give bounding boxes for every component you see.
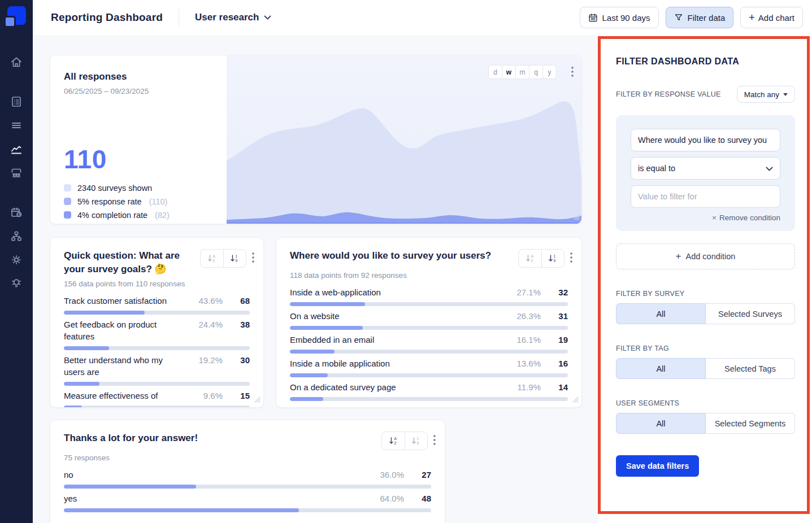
answer-rows: no36.0%27 yes64.0%48 <box>50 462 445 512</box>
answer-label: On a dedicated survey page <box>290 381 505 393</box>
svg-text:A: A <box>531 254 533 258</box>
survey-filter-toggle: All Selected Surveys <box>616 303 795 324</box>
legend-count: (110) <box>149 197 168 206</box>
card-menu-kebab-icon[interactable] <box>571 67 574 79</box>
schedule-icon[interactable] <box>10 206 23 219</box>
card-subtitle: 118 data points from 92 responses <box>276 271 581 280</box>
legend-label: 5% response rate <box>77 197 142 206</box>
card-title: All responses <box>64 70 213 84</box>
bar-fill <box>64 406 82 408</box>
answer-row: Get feedback on product features24.4%38 <box>64 319 250 350</box>
svg-text:1: 1 <box>554 254 556 258</box>
answer-label: On a website <box>290 310 505 322</box>
bar-fill <box>290 397 323 401</box>
answer-count: 16 <box>541 358 568 369</box>
save-data-filters-button[interactable]: Save data filters <box>616 455 699 477</box>
card-date-range: 06/25/2025 – 09/23/2025 <box>64 87 213 95</box>
chevron-down-icon <box>766 164 773 173</box>
answer-label: Track customer satisfaction <box>64 295 186 307</box>
period-quarter-button[interactable]: q <box>529 65 543 79</box>
survey-selected-button[interactable]: Selected Surveys <box>706 303 795 324</box>
answer-rows: Track customer satisfaction43.6%68 Get f… <box>50 288 263 408</box>
answer-count: 27 <box>404 469 431 481</box>
answer-label: Better understand who my users are <box>64 354 186 378</box>
operator-select-value: is equal to <box>638 164 761 173</box>
answer-pct: 19.2% <box>186 354 223 366</box>
area-chart-svg <box>227 55 582 224</box>
segments-selected-button[interactable]: Selected Segments <box>706 413 795 434</box>
sort-numeric-button[interactable]: 19 <box>541 250 564 267</box>
bar-fill <box>64 346 109 350</box>
sort-numeric-button[interactable]: 19 <box>223 250 246 267</box>
sort-alpha-button[interactable]: AZ <box>201 250 223 267</box>
question-select[interactable]: Where would you like to survey you <box>631 129 780 151</box>
bar-track <box>290 373 568 377</box>
chevron-down-icon <box>264 15 271 20</box>
add-condition-button[interactable]: + Add condition <box>616 243 795 269</box>
list-icon[interactable] <box>10 119 23 132</box>
sort-toggle-group: AZ 19 <box>381 432 428 450</box>
analytics-icon[interactable] <box>10 142 23 156</box>
resize-handle[interactable] <box>253 395 261 405</box>
resize-handle[interactable] <box>572 213 580 223</box>
filter-panel-heading: FILTER DASHBOARD DATA <box>616 56 795 67</box>
period-year-button[interactable]: y <box>542 65 557 79</box>
audience-icon[interactable] <box>10 166 23 180</box>
responses-icon[interactable] <box>10 95 23 108</box>
segments-all-button[interactable]: All <box>616 413 706 434</box>
bar-track <box>64 382 250 386</box>
tag-all-button[interactable]: All <box>616 358 706 379</box>
answer-pct: 27.1% <box>505 286 541 298</box>
thanks-card: Thanks a lot for your answer! AZ 19 75 r… <box>50 420 445 523</box>
sort-toggle-group: AZ 19 <box>200 249 246 268</box>
date-range-button[interactable]: Last 90 days <box>580 7 659 28</box>
card-subtitle: 75 responses <box>50 454 445 462</box>
question-select-value: Where would you like to survey you <box>638 136 773 145</box>
answer-count: 19 <box>541 334 568 346</box>
app-logo[interactable] <box>0 0 33 35</box>
tag-selected-button[interactable]: Selected Tags <box>706 358 795 379</box>
svg-text:9: 9 <box>554 259 556 263</box>
period-day-button[interactable]: d <box>488 65 502 79</box>
filter-data-button[interactable]: Filter data <box>666 7 734 28</box>
card-menu-kebab-icon[interactable] <box>252 252 254 264</box>
match-any-dropdown[interactable]: Match any <box>737 86 795 103</box>
all-responses-summary: All responses 06/25/2025 – 09/23/2025 11… <box>50 55 227 224</box>
answer-pct: 9.6% <box>186 390 223 402</box>
logo-small-square-icon <box>4 16 16 28</box>
survey-all-button[interactable]: All <box>616 303 706 324</box>
svg-text:9: 9 <box>236 259 238 263</box>
answer-row: no36.0%27 <box>64 469 431 489</box>
filter-value-input[interactable] <box>638 192 773 201</box>
period-month-button[interactable]: m <box>515 65 529 79</box>
filter-by-survey-label: FILTER BY SURVEY <box>616 290 795 298</box>
survey-location-card: Where would you like to survey your user… <box>276 237 582 408</box>
filter-value-field[interactable] <box>631 185 780 208</box>
date-range-label: Last 90 days <box>602 13 650 23</box>
home-icon[interactable] <box>10 55 23 69</box>
match-any-label: Match any <box>744 90 779 99</box>
resize-handle[interactable] <box>571 395 579 405</box>
operator-select[interactable]: is equal to <box>631 157 780 180</box>
legend-label: 4% completion rate <box>77 211 147 220</box>
plus-icon: + <box>676 251 681 262</box>
card-subtitle: 156 data points from 110 responses <box>50 280 263 288</box>
user-segments-label: USER SEGMENTS <box>616 399 795 407</box>
answer-pct: 43.6% <box>186 295 223 307</box>
card-title: Where would you like to survey your user… <box>290 249 518 263</box>
settings-gear-icon[interactable] <box>10 253 23 267</box>
sort-alpha-button[interactable]: AZ <box>382 432 405 450</box>
card-menu-kebab-icon[interactable] <box>570 252 572 264</box>
sort-alpha-button[interactable]: AZ <box>519 250 541 267</box>
bar-fill <box>64 508 299 512</box>
remove-condition-link[interactable]: ×Remove condition <box>631 213 780 223</box>
filter-by-tag-label: FILTER BY TAG <box>616 345 795 352</box>
card-menu-kebab-icon[interactable] <box>433 435 436 447</box>
add-chart-button[interactable]: + Add chart <box>740 7 803 28</box>
ideas-lightbulb-icon[interactable] <box>10 276 23 290</box>
period-week-button[interactable]: w <box>502 65 516 79</box>
sort-numeric-button[interactable]: 19 <box>405 432 427 450</box>
dashboard-selector[interactable]: User research <box>195 12 271 23</box>
workflow-icon[interactable] <box>10 229 23 243</box>
legend-count: (82) <box>155 211 170 220</box>
